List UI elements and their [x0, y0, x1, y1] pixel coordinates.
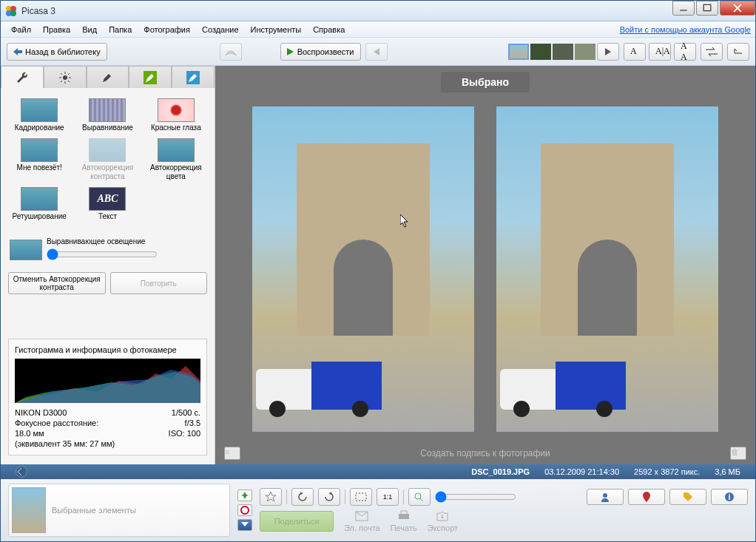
thumb-2[interactable]	[530, 44, 551, 60]
brush-icon	[101, 71, 114, 84]
photo-left[interactable]	[252, 106, 474, 432]
export-button[interactable]: Экспорт	[428, 510, 458, 532]
chevron-down-icon	[241, 522, 249, 528]
places-button[interactable]	[628, 489, 665, 505]
share-button[interactable]: Поделиться	[260, 511, 334, 532]
thumb-1[interactable]	[508, 44, 529, 60]
info-button[interactable]: i	[711, 489, 748, 505]
sync-status-button[interactable]	[16, 466, 27, 478]
close-button[interactable]	[720, 1, 755, 16]
clear-icon	[240, 506, 249, 515]
caption-delete-button[interactable]: 🗑	[730, 447, 746, 460]
brush-blue-icon	[186, 71, 200, 84]
compare-aa-button[interactable]: A A	[674, 43, 696, 61]
rotate-ccw-icon	[297, 492, 308, 502]
tool-redeye[interactable]: Красные глаза	[144, 97, 209, 134]
tool-retouch[interactable]: Ретуширование	[7, 186, 72, 223]
minimize-button[interactable]	[672, 1, 695, 16]
menu-view[interactable]: Вид	[76, 23, 103, 36]
svg-point-10	[415, 493, 421, 499]
print-icon	[397, 510, 411, 522]
viewer-selected-badge: Выбрано	[441, 72, 530, 92]
compare-ab-button[interactable]: A|A	[649, 43, 671, 61]
svg-rect-9	[356, 493, 366, 501]
focal-label: Фокусное расстояние:	[15, 418, 98, 428]
zoom-button[interactable]	[408, 488, 431, 506]
next-photo-button[interactable]	[597, 43, 619, 61]
tab-effects-3[interactable]	[172, 66, 215, 88]
menu-tools[interactable]: Инструменты	[245, 23, 308, 36]
zoom-slider[interactable]	[435, 491, 516, 503]
status-filename: DSC_0019.JPG	[471, 467, 530, 476]
caption-input[interactable]: Создать подпись к фотографии	[246, 448, 724, 458]
camera-model: NIKON D3000	[15, 407, 67, 418]
rotate-cw-button[interactable]	[318, 488, 340, 506]
magnifier-icon	[414, 492, 425, 502]
bottom-toolbar: Выбранные элементы 1:1	[1, 479, 755, 541]
menu-photo[interactable]: Фотография	[138, 23, 196, 36]
play-label: Воспроизвести	[297, 47, 354, 56]
tab-basic-fixes[interactable]	[1, 66, 44, 88]
email-button[interactable]: Эл. почта	[344, 510, 380, 532]
undo-button[interactable]: Отменить Автокоррекция контраста	[8, 272, 106, 294]
actual-size-button[interactable]: 1:1	[377, 488, 399, 506]
back-to-library-button[interactable]: Назад в библиотеку	[7, 43, 107, 61]
person-icon	[599, 492, 611, 502]
people-button[interactable]	[587, 489, 624, 505]
color-tool-button[interactable]	[220, 43, 242, 61]
tool-auto-color[interactable]: Автокоррекция цвета	[144, 137, 209, 183]
app-logo-icon	[5, 5, 17, 17]
edit-tabs	[1, 66, 215, 88]
rotate-layout-button[interactable]	[727, 43, 749, 61]
clear-tray-button[interactable]	[237, 504, 252, 516]
app-window: Picasa 3 Файл Правка Вид Папка Фотографи…	[0, 0, 756, 542]
play-slideshow-button[interactable]: Воспроизвести	[280, 43, 361, 61]
caption-menu-button[interactable]: ≡	[224, 447, 240, 460]
photo-right[interactable]	[496, 106, 718, 432]
tray-thumb[interactable]	[12, 487, 46, 533]
tab-effects-2[interactable]	[129, 66, 172, 88]
pin-button[interactable]	[237, 490, 252, 501]
brush-green-icon	[144, 71, 157, 84]
redo-button[interactable]: Повторить	[110, 272, 208, 294]
menu-folder[interactable]: Папка	[103, 23, 138, 36]
menu-edit[interactable]: Правка	[37, 23, 76, 36]
top-toolbar: Назад в библиотеку Воспроизвести A A|A A…	[1, 38, 755, 66]
tab-tuning[interactable]	[44, 66, 87, 88]
undo-redo-row: Отменить Автокоррекция контраста Повтори…	[1, 268, 215, 299]
aperture: f/3.5	[185, 418, 200, 428]
export-icon	[436, 510, 449, 522]
single-view-button[interactable]: A	[624, 43, 646, 61]
rotate-ccw-button[interactable]	[291, 488, 314, 506]
rotate-cw-icon	[324, 492, 334, 502]
svg-point-11	[603, 493, 607, 498]
mail-icon	[355, 510, 368, 522]
tool-text[interactable]: ABCТекст	[75, 186, 140, 223]
print-button[interactable]: Печать	[391, 510, 417, 532]
tool-straighten[interactable]: Выравнивание	[75, 97, 140, 134]
maximize-button[interactable]	[696, 1, 718, 16]
menu-create[interactable]: Создание	[196, 23, 245, 36]
star-button[interactable]	[260, 488, 282, 506]
thumb-3[interactable]	[553, 44, 573, 60]
fill-light-slider[interactable]	[47, 248, 158, 260]
focal-length: 18.0 мм	[15, 428, 44, 438]
menu-file[interactable]: Файл	[5, 23, 37, 36]
signin-link[interactable]: Войти с помощью аккаунта Google	[620, 25, 751, 34]
fill-light-section: Выравнивающее освещение	[1, 231, 215, 268]
swap-button[interactable]	[701, 43, 723, 61]
sun-icon	[58, 71, 72, 84]
add-to-button[interactable]	[237, 519, 252, 531]
tab-effects-1[interactable]	[87, 66, 129, 88]
tags-button[interactable]	[669, 489, 706, 505]
menu-help[interactable]: Справка	[307, 23, 351, 36]
tool-lucky[interactable]: Мне повезёт!	[7, 137, 72, 183]
prev-photo-button[interactable]	[365, 43, 388, 61]
fit-button[interactable]	[350, 488, 372, 506]
status-filesize: 3,6 МБ	[715, 467, 740, 476]
tool-crop[interactable]: Кадрирование	[7, 97, 72, 134]
tool-auto-contrast[interactable]: Автокоррекция контраста	[75, 137, 140, 183]
play-icon	[287, 48, 294, 55]
window-title: Picasa 3	[21, 6, 55, 16]
thumb-4[interactable]	[575, 44, 595, 60]
